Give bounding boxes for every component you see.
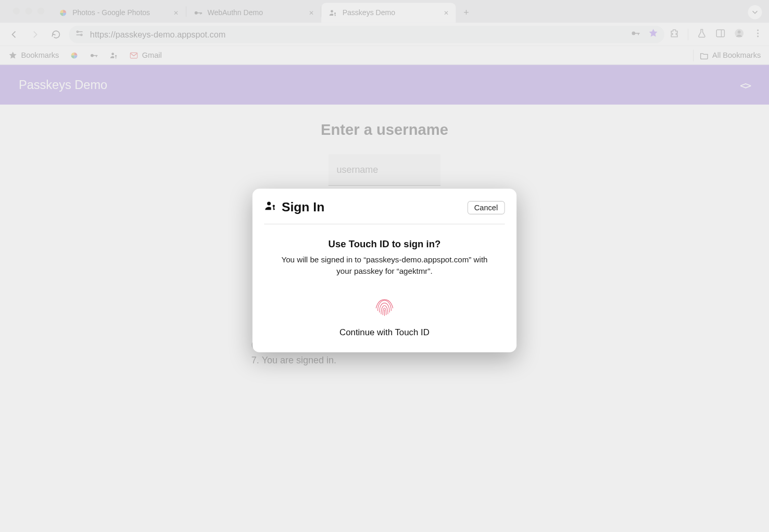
cancel-button[interactable]: Cancel — [467, 201, 505, 214]
svg-point-29 — [267, 201, 271, 205]
dialog-title: Sign In — [282, 200, 324, 215]
divider — [264, 224, 505, 224]
person-key-icon — [264, 199, 277, 216]
continue-touchid-label: Continue with Touch ID — [264, 327, 505, 337]
svg-rect-32 — [273, 209, 275, 210]
signin-dialog: Sign In Cancel Use Touch ID to sign in? … — [253, 189, 516, 352]
dialog-subtitle: Use Touch ID to sign in? — [264, 238, 505, 249]
fingerprint-icon[interactable] — [264, 292, 505, 319]
dialog-description: You will be signed in to “passkeys-demo.… — [264, 254, 505, 277]
